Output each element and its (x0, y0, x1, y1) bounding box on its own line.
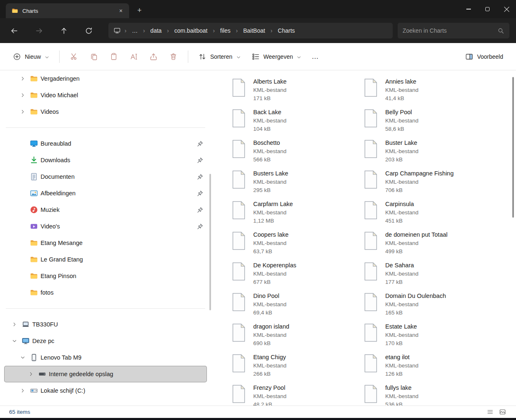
file-size: 126 kB (385, 370, 418, 378)
arrow-up-icon (60, 27, 68, 35)
file-item[interactable]: Carpinsula KML-bestand 451 kB (363, 200, 495, 230)
breadcrumb-bar[interactable]: › … › data › com.baitboat › files › Bait… (108, 23, 393, 38)
plus-circle-icon (13, 53, 21, 61)
file-size: 690 kB (253, 339, 289, 348)
file-item[interactable]: Estate Lake KML-bestand 170 kB (363, 322, 495, 353)
copy-icon (90, 53, 98, 61)
tree-chevron-icon[interactable] (10, 320, 19, 329)
tree-chevron-icon[interactable] (10, 336, 19, 346)
sidebar-item[interactable]: Le Grand Etang (4, 251, 207, 268)
sidebar-item[interactable]: Muziek (4, 202, 207, 218)
file-item[interactable]: De Sahara KML-bestand 177 kB (363, 261, 495, 292)
sidebar-item[interactable]: Video's (4, 218, 207, 235)
new-button[interactable]: Nieuw (7, 49, 55, 65)
delete-button[interactable] (163, 49, 183, 65)
file-item[interactable]: Coopers lake KML-bestand 63,7 kB (231, 230, 363, 261)
file-item[interactable]: dragon island KML-bestand 690 kB (231, 322, 363, 353)
copy-button[interactable] (84, 49, 104, 65)
file-item[interactable]: Boschetto KML-bestand 566 kB (231, 139, 363, 169)
breadcrumb-item[interactable]: com.baitboat (171, 26, 211, 36)
sidebar-item[interactable]: Bureaublad (4, 135, 207, 152)
file-text: Coopers lake KML-bestand 63,7 kB (253, 230, 288, 261)
tree-chevron-icon[interactable] (18, 386, 27, 395)
tree-chevron-icon[interactable] (18, 107, 27, 116)
paste-button[interactable] (104, 49, 124, 65)
sidebar-item[interactable]: Etang Mesange (4, 235, 207, 251)
tab-charts[interactable]: Charts × (6, 3, 129, 18)
file-item[interactable]: Annies lake KML-bestand 41,4 kB (363, 77, 495, 108)
sidebar-item[interactable]: TB330FU (4, 316, 207, 333)
tree-chevron-icon[interactable] (18, 353, 27, 362)
file-item[interactable]: Carpfarm Lake KML-bestand 1,12 MB (231, 200, 363, 230)
sidebar-item[interactable]: Documenten (4, 168, 207, 185)
file-item[interactable]: Buster Lake KML-bestand 203 kB (363, 139, 495, 169)
sidebar-item[interactable]: Etang Pinson (4, 268, 207, 284)
breadcrumb-item[interactable]: BaitBoat (240, 26, 269, 36)
file-name: Estate Lake (385, 322, 418, 331)
sidebar-scrollbar[interactable] (209, 174, 211, 310)
file-item[interactable]: De Koperenplas KML-bestand 677 kB (231, 261, 363, 292)
file-item[interactable]: Busters Lake KML-bestand 295 kB (231, 169, 363, 200)
preview-button[interactable]: Voorbeeld (460, 49, 509, 65)
file-item[interactable]: Domain Du Oulenbach KML-bestand 165 kB (363, 292, 495, 322)
sidebar-item[interactable]: Afbeeldingen (4, 185, 207, 202)
sidebar-item-label: fotos (41, 289, 207, 296)
cut-button[interactable] (64, 49, 84, 65)
maximize-button[interactable] (478, 0, 497, 18)
sidebar-item[interactable]: Videos (4, 103, 207, 120)
file-name: Annies lake (385, 77, 418, 86)
file-item[interactable]: Back Lake KML-bestand 104 kB (231, 108, 363, 139)
view-button[interactable]: Weergeven (246, 49, 307, 65)
new-tab-button[interactable]: + (133, 4, 146, 17)
preview-panel-icon (465, 53, 473, 61)
file-list-scrollbar[interactable] (512, 77, 514, 218)
file-text: Boschetto KML-bestand 566 kB (253, 139, 286, 169)
thumbnail-view-button[interactable] (496, 407, 509, 417)
file-item[interactable]: Carp Champagne Fishing KML-bestand 706 k… (363, 169, 495, 200)
breadcrumb-item[interactable]: Charts (274, 26, 298, 36)
breadcrumb-item[interactable]: files (217, 26, 234, 36)
chevron-down-icon (297, 54, 301, 59)
sort-button[interactable]: Sorteren (193, 49, 246, 65)
file-item[interactable]: Etang Chigy KML-bestand 266 kB (231, 353, 363, 384)
close-tab-button[interactable]: × (116, 6, 126, 16)
refresh-button[interactable] (81, 23, 96, 38)
file-size: 266 kB (253, 370, 286, 378)
sidebar-item[interactable]: Interne gedeelde opslag (4, 366, 207, 382)
tree-chevron-icon[interactable] (18, 74, 27, 83)
item-count: 65 items (9, 409, 30, 415)
breadcrumb-item[interactable]: data (147, 26, 165, 36)
tree-chevron-icon[interactable] (26, 370, 36, 379)
details-view-button[interactable] (484, 407, 496, 417)
tablet-icon (30, 353, 38, 362)
folder-tree: Vergaderingen Video Michael Videos (0, 70, 213, 120)
file-item[interactable]: Alberts Lake KML-bestand 171 kB (231, 77, 363, 108)
sidebar-item[interactable]: fotos (4, 284, 207, 301)
sidebar-item[interactable]: Video Michael (4, 87, 207, 103)
arrow-right-icon (35, 27, 43, 35)
more-options-button[interactable]: … (307, 49, 324, 65)
share-button[interactable] (144, 49, 163, 65)
rename-button[interactable] (124, 49, 144, 65)
sidebar-item-label: Lokale schijf (C:) (41, 387, 207, 394)
tree-chevron-icon[interactable] (18, 91, 27, 100)
file-item[interactable]: de domeinen put Totaal KML-bestand 499 k… (363, 230, 495, 261)
search-input[interactable] (403, 27, 497, 34)
file-item[interactable]: fullys lake KML-bestand 536 kB (363, 384, 495, 406)
sidebar-item[interactable]: Lenovo Tab M9 (4, 349, 207, 366)
sidebar-item[interactable]: Vergaderingen (4, 70, 207, 87)
breadcrumb-collapsed[interactable]: … (129, 26, 141, 36)
back-button[interactable] (7, 23, 22, 38)
forward-button[interactable] (31, 23, 46, 38)
file-item[interactable]: Frenzy Pool KML-bestand 48,2 kB (231, 384, 363, 406)
file-item[interactable]: etang ilot KML-bestand 126 kB (363, 353, 495, 384)
file-item[interactable]: Dino Pool KML-bestand 69,4 kB (231, 292, 363, 322)
close-button[interactable] (497, 0, 516, 18)
sidebar-item[interactable]: Lokale schijf (C:) (4, 382, 207, 399)
up-button[interactable] (56, 23, 71, 38)
sidebar-item[interactable]: Downloads (4, 152, 207, 168)
sidebar-item[interactable]: Deze pc (4, 333, 207, 349)
file-item[interactable]: Belly Pool KML-bestand 58,6 kB (363, 108, 495, 139)
minimize-button[interactable] (459, 0, 478, 18)
cut-icon (70, 53, 78, 61)
